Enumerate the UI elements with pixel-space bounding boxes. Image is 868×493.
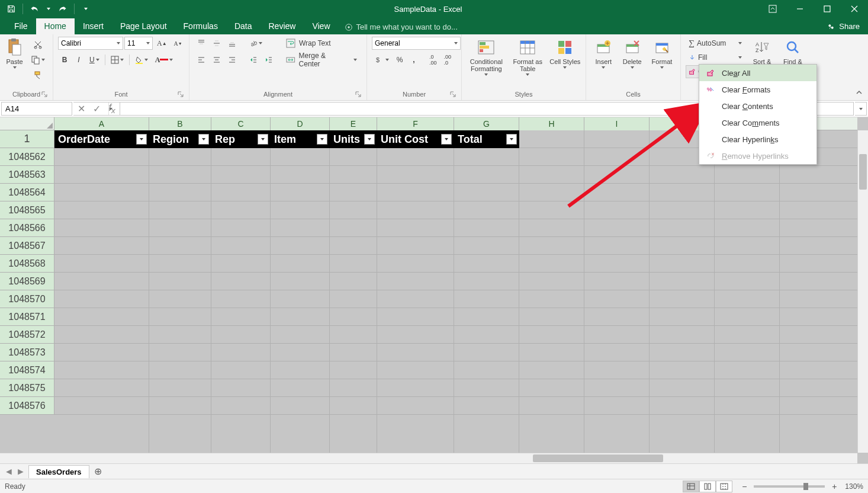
select-all-button[interactable] — [0, 117, 54, 130]
align-left-button[interactable] — [194, 53, 208, 66]
zoom-in-button[interactable]: + — [830, 482, 839, 491]
zoom-out-button[interactable]: − — [740, 482, 749, 491]
table-header-cell[interactable]: Item — [271, 130, 330, 148]
save-button[interactable] — [4, 2, 19, 16]
cell-styles-button[interactable]: Cell Styles — [549, 37, 581, 77]
fill-button[interactable]: Fill — [686, 51, 745, 64]
font-name-select[interactable]: Calibri — [58, 37, 123, 50]
cells-area[interactable]: OrderDateRegionRepItemUnitsUnit CostTota… — [54, 130, 857, 453]
maximize-button[interactable] — [814, 0, 841, 18]
row-header[interactable]: 1048562 — [0, 148, 54, 166]
comma-button[interactable]: , — [407, 53, 420, 66]
format-cells-button[interactable]: Format — [648, 37, 676, 77]
filter-button[interactable] — [506, 134, 517, 145]
align-center-button[interactable] — [210, 53, 224, 66]
name-box[interactable] — [1, 102, 72, 116]
column-header-B[interactable]: B — [149, 117, 211, 130]
page-layout-view-button[interactable] — [699, 481, 716, 492]
conditional-formatting-button[interactable]: Conditional Formatting — [467, 37, 506, 77]
increase-indent-button[interactable] — [262, 53, 276, 66]
table-header-cell[interactable]: Rep — [211, 130, 271, 148]
clipboard-dialog-launcher[interactable] — [41, 91, 48, 98]
tell-me-search[interactable]: Tell me what you want to do... — [339, 20, 464, 34]
column-header-H[interactable]: H — [519, 117, 584, 130]
column-header-I[interactable]: I — [584, 117, 650, 130]
bold-button[interactable]: B — [58, 53, 71, 66]
undo-dropdown[interactable] — [44, 2, 53, 16]
row-header[interactable]: 1048576 — [0, 397, 54, 415]
paste-button[interactable]: Paste — [5, 37, 24, 77]
column-header-A[interactable]: A — [54, 117, 149, 130]
merge-center-button[interactable]: Merge & Center — [283, 53, 360, 66]
column-header-E[interactable]: E — [330, 117, 377, 130]
autosum-button[interactable]: ∑AutoSum — [686, 37, 745, 50]
filter-button[interactable] — [136, 134, 147, 145]
number-dialog-launcher[interactable] — [449, 91, 456, 98]
format-painter-button[interactable] — [28, 69, 48, 82]
normal-view-button[interactable] — [683, 481, 699, 492]
increase-decimal-button[interactable]: .0.00 — [426, 53, 440, 66]
column-header-F[interactable]: F — [377, 117, 454, 130]
vertical-scrollbar[interactable] — [857, 130, 868, 453]
align-middle-button[interactable] — [210, 37, 224, 50]
align-bottom-button[interactable] — [225, 37, 239, 50]
filter-button[interactable] — [441, 134, 452, 145]
accounting-format-button[interactable]: $ — [372, 53, 392, 66]
row-header[interactable]: 1048564 — [0, 184, 54, 201]
table-header-cell[interactable]: Unit Cost — [377, 130, 454, 148]
column-header-C[interactable]: C — [211, 117, 271, 130]
column-header-G[interactable]: G — [454, 117, 519, 130]
row-header[interactable]: 1048572 — [0, 326, 54, 344]
menu-clear-comments[interactable]: Clear Comments — [699, 114, 816, 131]
tab-file[interactable]: File — [6, 18, 36, 34]
italic-button[interactable]: I — [72, 53, 85, 66]
page-break-view-button[interactable] — [716, 481, 732, 492]
delete-cells-button[interactable]: Delete — [619, 37, 644, 77]
row-header[interactable]: 1048565 — [0, 201, 54, 219]
row-header[interactable]: 1048569 — [0, 273, 54, 290]
column-header-D[interactable]: D — [271, 117, 330, 130]
hscroll-thumb[interactable] — [533, 454, 663, 462]
filter-button[interactable] — [364, 134, 375, 145]
underline-button[interactable]: U — [86, 53, 102, 66]
tab-data[interactable]: Data — [226, 18, 261, 34]
minimize-button[interactable] — [786, 0, 814, 18]
cancel-formula-button[interactable]: ✕ — [73, 103, 89, 115]
row-header[interactable]: 1048570 — [0, 290, 54, 308]
decrease-decimal-button[interactable]: .00.0 — [441, 53, 455, 66]
fill-color-button[interactable] — [132, 53, 151, 66]
menu-clear-formats[interactable]: % Clear Formats — [699, 81, 816, 98]
alignment-dialog-launcher[interactable] — [355, 91, 362, 98]
increase-font-button[interactable]: A▲ — [154, 37, 170, 50]
copy-button[interactable] — [28, 53, 48, 66]
enter-formula-button[interactable]: ✓ — [89, 103, 104, 115]
filter-button[interactable] — [258, 134, 268, 145]
row-header[interactable]: 1048575 — [0, 379, 54, 397]
sheet-nav-prev[interactable]: ◄ — [4, 466, 14, 477]
insert-cells-button[interactable]: Insert — [591, 37, 616, 77]
tab-view[interactable]: View — [304, 18, 338, 34]
horizontal-scrollbar[interactable] — [0, 453, 857, 463]
row-header[interactable]: 1048573 — [0, 344, 54, 361]
tab-formulas[interactable]: Formulas — [175, 18, 226, 34]
table-header-cell[interactable]: Region — [149, 130, 211, 148]
vscroll-thumb[interactable] — [859, 154, 867, 190]
orientation-button[interactable]: ab — [246, 37, 265, 50]
undo-button[interactable] — [27, 2, 42, 16]
row-header[interactable]: 1048574 — [0, 361, 54, 379]
zoom-thumb[interactable] — [803, 483, 808, 490]
collapse-ribbon-button[interactable] — [854, 87, 864, 98]
percent-button[interactable]: % — [393, 53, 406, 66]
row-header[interactable]: 1048568 — [0, 255, 54, 273]
zoom-level[interactable]: 130% — [845, 482, 863, 491]
menu-clear-contents[interactable]: Clear Contents — [699, 98, 816, 114]
borders-button[interactable] — [108, 53, 127, 66]
table-header-cell[interactable]: Total — [454, 130, 519, 148]
number-format-select[interactable]: General — [372, 37, 461, 50]
tab-page-layout[interactable]: Page Layout — [112, 18, 175, 34]
format-as-table-button[interactable]: Format as Table — [510, 37, 546, 77]
tab-home[interactable]: Home — [36, 18, 75, 34]
font-dialog-launcher[interactable] — [177, 91, 184, 98]
font-color-button[interactable]: A — [152, 53, 176, 66]
align-top-button[interactable] — [194, 37, 208, 50]
